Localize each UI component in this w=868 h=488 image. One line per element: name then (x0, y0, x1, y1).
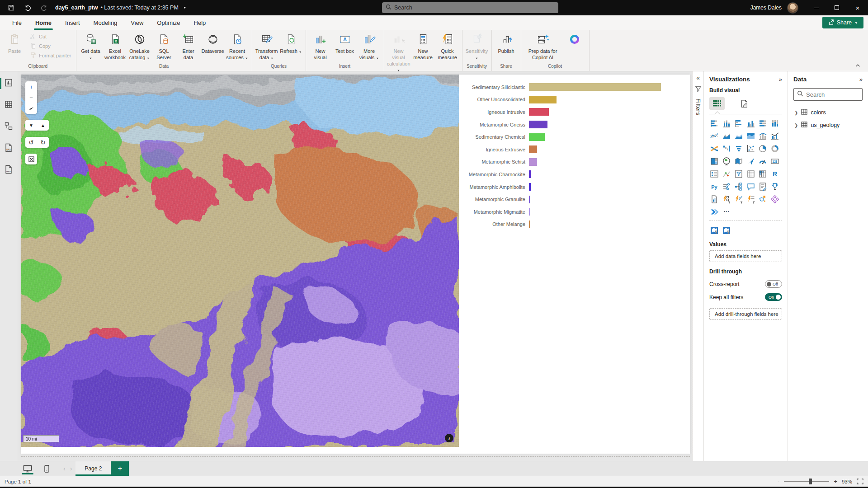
bar-metamorphic-granulite[interactable] (529, 196, 530, 203)
values-field-well[interactable]: Add data fields here (709, 250, 782, 262)
visual-stacked-column-chart-icon[interactable] (722, 118, 731, 128)
ribbon-button-transform-data[interactable]: Transform data ▼ (255, 32, 278, 62)
visual-filled-map-icon[interactable] (734, 156, 744, 166)
chevron-right-icon[interactable]: ❯ (794, 123, 798, 128)
ribbon-button-text-box[interactable]: AText box (333, 32, 357, 61)
visual-funnel-chart-icon[interactable] (734, 144, 744, 153)
visual-decomposition-tree-icon[interactable] (734, 182, 744, 191)
menu-item-insert[interactable]: Insert (58, 17, 87, 29)
ribbon-button-new-visual[interactable]: New visual (309, 32, 332, 62)
visual-custom-map-visual-2-icon[interactable] (722, 225, 731, 235)
rotate-left-button[interactable]: ↺ (25, 137, 37, 148)
share-button[interactable]: Share ▼ (822, 17, 863, 28)
zoom-out-icon[interactable]: - (778, 479, 779, 484)
menu-item-help[interactable]: Help (187, 17, 213, 29)
ribbon-button-prep-data-for-copilot-ai[interactable]: Prep data for Copilot AI (524, 32, 562, 62)
ribbon-button-get-data[interactable]: Get data ▼ (79, 32, 103, 62)
zoom-slider[interactable] (784, 481, 829, 482)
filter-funnel-icon[interactable] (695, 85, 702, 94)
visual-hundred-stacked-bar-chart-icon[interactable] (758, 118, 768, 128)
ribbon-button-dataverse[interactable]: Dataverse (201, 32, 225, 61)
desktop-layout-icon[interactable] (21, 461, 34, 476)
drill-through-field-well[interactable]: Add drill-through fields here (709, 308, 782, 320)
save-icon[interactable] (6, 3, 16, 13)
visual-donut-chart-icon[interactable] (770, 144, 780, 153)
bar-metamorphic-charnockite[interactable] (529, 170, 531, 178)
chevron-right-icon[interactable]: ❯ (794, 110, 798, 115)
ribbon-button-copilot[interactable] (563, 32, 586, 61)
tilt-up-button[interactable]: ▲ (37, 120, 49, 131)
ribbon-button-publish[interactable]: Publish (495, 32, 518, 61)
visual-power-automate-icon[interactable] (709, 207, 719, 216)
visual-card-icon[interactable]: 123 (770, 156, 780, 166)
canvas-scroll-track-horizontal[interactable] (21, 456, 690, 457)
tilt-down-button[interactable]: ▼ (25, 120, 37, 131)
table-item-colors[interactable]: ❯colors (793, 107, 863, 118)
compass-reset-icon[interactable] (25, 103, 37, 114)
visual-multi-row-card-icon[interactable] (709, 169, 719, 178)
visual-line-chart-icon[interactable] (709, 131, 719, 141)
geology-bar-chart-visual[interactable]: Sedimentary SiliciclasticOther Unconsoli… (462, 81, 688, 230)
visual-get-more-visuals-icon[interactable]: ··· (722, 207, 731, 216)
cross-report-toggle[interactable]: Off (765, 280, 782, 288)
reset-view-icon[interactable] (25, 154, 37, 164)
add-page-button[interactable]: + (111, 461, 129, 476)
bar-sedimentary-siliciclastic[interactable] (529, 83, 661, 91)
visual-key-influencers-icon[interactable] (722, 182, 731, 191)
sidebar-item-tmdl-view[interactable]: TMDL (0, 164, 17, 176)
zoom-in-icon[interactable]: + (834, 479, 837, 484)
visual-gauge-icon[interactable] (758, 156, 768, 166)
menu-item-file[interactable]: File (5, 17, 28, 29)
visual-line-and-stacked-column-chart-icon[interactable] (758, 131, 768, 141)
maximize-button[interactable] (826, 0, 847, 15)
collapse-visualizations-icon[interactable]: » (779, 76, 782, 82)
expand-filters-icon[interactable]: « (696, 75, 699, 81)
sidebar-item-report-view[interactable] (0, 78, 17, 89)
rotate-right-button[interactable]: ↻ (37, 137, 49, 148)
visual-custom-map-visual-1-icon[interactable] (709, 225, 719, 235)
filters-panel-title[interactable]: Filters (695, 99, 701, 116)
close-button[interactable]: × (847, 0, 868, 15)
user-name[interactable]: James Dales (750, 5, 782, 11)
document-title[interactable]: day5_earth_ptw • Last saved: Today at 2:… (55, 5, 187, 11)
table-item-us_geology[interactable]: ❯us_geology (793, 120, 863, 131)
visual-scatter-chart-icon[interactable] (746, 144, 756, 153)
visual-line-and-clustered-column-chart-icon[interactable] (770, 131, 780, 141)
search-input[interactable] (394, 5, 555, 11)
visual-clustered-bar-chart-icon[interactable] (734, 118, 744, 128)
visual-map-bookmark-visual-icon[interactable] (758, 194, 768, 204)
menu-item-home[interactable]: Home (28, 17, 58, 29)
info-icon[interactable]: i (445, 434, 453, 442)
data-search-input[interactable] (806, 91, 859, 98)
ribbon-button-onelake-catalog[interactable]: OneLake catalog ▼ (128, 32, 151, 62)
visual-r-script-visual-icon[interactable]: R (770, 169, 780, 178)
visual-ribbon-chart-icon[interactable] (709, 144, 719, 153)
visual-lightning-grid-visual-icon[interactable] (722, 194, 731, 204)
visual-stacked-area-chart-icon[interactable] (734, 131, 744, 141)
geology-map-visual[interactable]: + − ▼ ▲ ↺ ↻ 10 mi (21, 75, 459, 447)
visual-kpi-icon[interactable] (722, 169, 731, 178)
visual-map-icon[interactable] (722, 156, 731, 166)
visual-lightning-chart-visual-icon[interactable] (734, 194, 744, 204)
tab-format-visual[interactable] (736, 97, 752, 110)
zoom-in-button[interactable]: + (25, 81, 37, 92)
minimize-button[interactable] (806, 0, 826, 15)
visual-paginated-report-icon[interactable] (709, 194, 719, 204)
bar-igneous-extrusive[interactable] (529, 145, 537, 153)
menu-item-optimize[interactable]: Optimize (150, 17, 187, 29)
report-page[interactable]: + − ▼ ▲ ↺ ↻ 10 mi (21, 75, 690, 454)
bar-metamorphic-migmatite[interactable] (529, 208, 530, 216)
bar-metamorphic-schist[interactable] (529, 158, 537, 166)
visual-waterfall-chart-icon[interactable] (722, 144, 731, 153)
ribbon-button-quick-measure[interactable]: Quick measure (436, 32, 459, 62)
visual-clustered-column-chart-icon[interactable] (746, 118, 756, 128)
global-search[interactable] (382, 2, 558, 13)
data-search[interactable] (793, 88, 863, 101)
bar-sedimentary-chemical[interactable] (529, 133, 545, 141)
visual-lightning-list-visual-icon[interactable] (746, 194, 756, 204)
bar-other-melange[interactable] (529, 221, 530, 228)
mobile-layout-icon[interactable] (40, 461, 53, 476)
visual-azure-map-icon[interactable] (746, 156, 756, 166)
visual-table-icon[interactable] (746, 169, 756, 178)
ribbon-button-sql-server[interactable]: SQL Server (152, 32, 176, 62)
